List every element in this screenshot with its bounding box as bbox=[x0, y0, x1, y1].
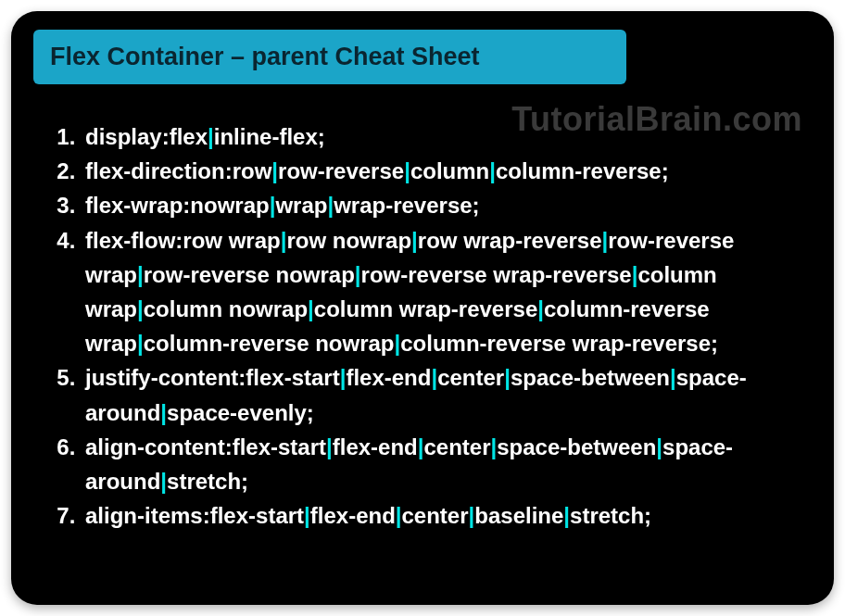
separator: | bbox=[137, 296, 144, 321]
property-name: align-items: bbox=[85, 503, 210, 528]
line-end: ; bbox=[307, 400, 314, 425]
separator: | bbox=[537, 296, 544, 321]
property-value: row-reverse bbox=[278, 158, 404, 183]
property-value: column-reverse nowrap bbox=[144, 331, 395, 356]
property-value: flex bbox=[170, 124, 208, 149]
property-value: column-reverse bbox=[496, 158, 662, 183]
separator: | bbox=[670, 365, 676, 390]
list-item: flex-flow:row wrap|row nowrap|row wrap-r… bbox=[82, 223, 812, 361]
property-value: row nowrap bbox=[286, 228, 411, 253]
cheatsheet-card: Flex Container – parent Cheat Sheet Tuto… bbox=[11, 11, 834, 605]
list-item: justify-content:flex-start|flex-end|cent… bbox=[82, 360, 812, 429]
separator: | bbox=[411, 228, 418, 253]
property-value: center bbox=[423, 434, 490, 459]
separator: | bbox=[137, 262, 144, 287]
property-value: flex-start bbox=[210, 503, 304, 528]
property-value: flex-end bbox=[346, 365, 431, 390]
line-end: ; bbox=[241, 469, 248, 494]
list-item: align-content:flex-start|flex-end|center… bbox=[82, 430, 812, 498]
property-value: row-reverse wrap-reverse bbox=[361, 262, 632, 287]
property-value: flex-start bbox=[233, 434, 326, 459]
title-bar: Flex Container – parent Cheat Sheet bbox=[33, 30, 626, 84]
separator: | bbox=[308, 296, 314, 321]
property-value: baseline bbox=[474, 503, 563, 528]
property-value: space-evenly bbox=[167, 400, 307, 425]
separator: | bbox=[355, 262, 361, 287]
property-value: flex-end bbox=[333, 434, 418, 459]
property-value: column wrap-reverse bbox=[314, 296, 537, 321]
line-end: ; bbox=[318, 124, 325, 149]
property-value: column-reverse wrap-reverse bbox=[400, 331, 711, 356]
separator: | bbox=[137, 331, 144, 356]
properties-list: display:flex|inline-flex;flex-direction:… bbox=[33, 119, 812, 533]
property-value: column bbox=[410, 158, 489, 183]
property-value: flex-end bbox=[310, 503, 396, 528]
property-value: stretch bbox=[167, 469, 241, 494]
property-value: row-reverse nowrap bbox=[144, 262, 355, 287]
property-value: row wrap-reverse bbox=[418, 228, 602, 253]
property-name: display: bbox=[85, 124, 170, 149]
line-end: ; bbox=[473, 193, 480, 218]
property-value: row bbox=[233, 158, 272, 183]
property-value: wrap bbox=[275, 193, 327, 218]
separator: | bbox=[326, 434, 333, 459]
property-value: column nowrap bbox=[144, 296, 308, 321]
property-name: justify-content: bbox=[85, 365, 246, 390]
line-end: ; bbox=[644, 503, 651, 528]
property-value: nowrap bbox=[190, 193, 269, 218]
property-value: row wrap bbox=[183, 228, 280, 253]
separator: | bbox=[208, 124, 214, 149]
property-name: flex-direction: bbox=[85, 158, 233, 183]
list-item: flex-wrap:nowrap|wrap|wrap-reverse; bbox=[82, 188, 812, 222]
separator: | bbox=[396, 503, 402, 528]
separator: | bbox=[504, 365, 511, 390]
separator: | bbox=[304, 503, 310, 528]
property-name: align-content: bbox=[85, 434, 233, 459]
property-value: space-between bbox=[497, 434, 656, 459]
property-value: wrap-reverse bbox=[334, 193, 472, 218]
line-end: ; bbox=[662, 158, 669, 183]
property-name: flex-flow: bbox=[85, 228, 183, 253]
property-value: flex-start bbox=[246, 365, 339, 390]
property-value: center bbox=[402, 503, 469, 528]
list-item: align-items:flex-start|flex-end|center|b… bbox=[82, 498, 812, 533]
title-text: Flex Container – parent Cheat Sheet bbox=[50, 43, 480, 70]
separator: | bbox=[489, 158, 496, 183]
line-end: ; bbox=[711, 331, 718, 356]
property-value: stretch bbox=[570, 503, 644, 528]
separator: | bbox=[404, 158, 410, 183]
property-value: center bbox=[437, 365, 504, 390]
watermark: TutorialBrain.com bbox=[511, 100, 802, 139]
property-value: inline-flex bbox=[214, 124, 318, 149]
property-name: flex-wrap: bbox=[85, 193, 190, 218]
list-item: flex-direction:row|row-reverse|column|co… bbox=[82, 154, 812, 188]
property-value: space-between bbox=[511, 365, 670, 390]
